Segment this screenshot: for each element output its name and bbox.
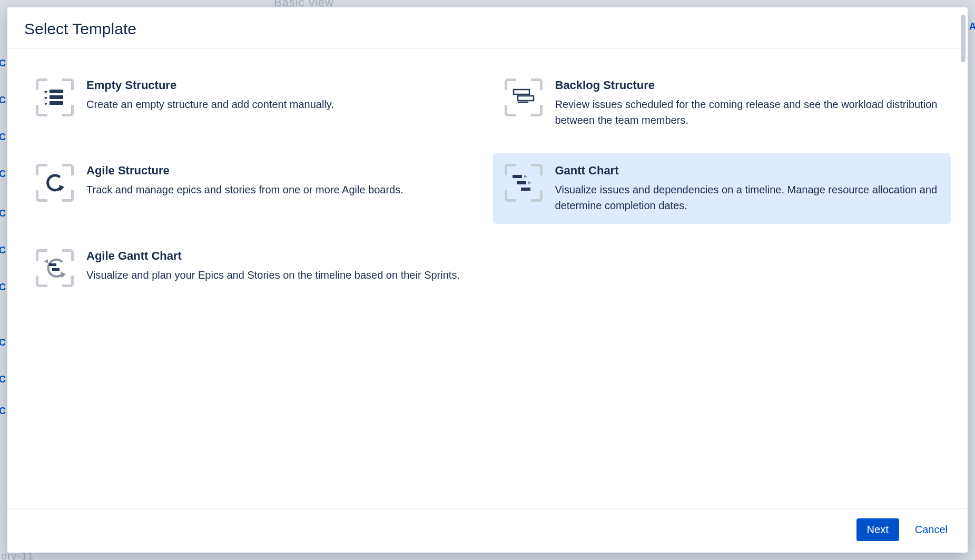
template-card-agile-structure[interactable]: Agile Structure Track and manage epics a… (24, 153, 482, 224)
template-description: Track and manage epics and stories from … (86, 182, 471, 198)
svg-marker-16 (44, 259, 48, 263)
template-card-empty-structure[interactable]: Empty Structure Create an empty structur… (24, 68, 482, 139)
modal-title: Select Template (24, 20, 951, 38)
empty-structure-icon (36, 78, 74, 116)
svg-rect-14 (521, 188, 530, 191)
svg-marker-3 (44, 91, 47, 94)
agile-structure-icon (36, 164, 74, 202)
svg-rect-6 (514, 90, 529, 94)
template-card-backlog-structure[interactable]: Backlog Structure Review issues schedule… (493, 68, 951, 139)
gantt-chart-icon (505, 164, 543, 202)
bg-row-marker: C (0, 169, 6, 180)
svg-rect-2 (50, 101, 63, 105)
select-template-modal: Select Template Empty Str (7, 7, 968, 553)
svg-marker-5 (44, 103, 47, 105)
svg-rect-0 (50, 90, 63, 93)
modal-body: Empty Structure Create an empty structur… (7, 49, 968, 508)
modal-footer: Next Cancel (7, 508, 968, 553)
bg-row-marker: C (0, 208, 6, 219)
svg-marker-13 (528, 181, 531, 184)
template-description: Visualize and plan your Epics and Storie… (86, 267, 471, 283)
template-title: Agile Structure (86, 164, 471, 178)
svg-rect-1 (50, 95, 63, 99)
modal-header: Select Template (7, 7, 968, 49)
backlog-structure-icon (505, 78, 543, 116)
template-title: Backlog Structure (555, 78, 940, 92)
bg-row-marker: C (0, 337, 6, 348)
svg-marker-11 (524, 175, 527, 178)
template-title: Empty Structure (86, 78, 471, 92)
bg-row-marker: C (0, 132, 6, 143)
svg-rect-10 (513, 175, 522, 178)
svg-rect-7 (518, 96, 534, 101)
bg-row-marker: C (0, 282, 6, 293)
next-button[interactable]: Next (856, 518, 899, 541)
agile-gantt-chart-icon (36, 249, 74, 287)
template-card-agile-gantt-chart[interactable]: Agile Gantt Chart Visualize and plan you… (24, 239, 482, 298)
svg-rect-17 (49, 263, 56, 266)
template-grid: Empty Structure Create an empty structur… (24, 68, 951, 298)
svg-marker-4 (44, 97, 47, 100)
cancel-button[interactable]: Cancel (912, 518, 951, 541)
bg-row-marker: C (0, 374, 6, 385)
bg-right-marker: A (969, 21, 975, 32)
template-title: Agile Gantt Chart (86, 249, 471, 263)
bg-row-marker: C (0, 58, 6, 69)
svg-rect-18 (52, 268, 60, 271)
template-card-gantt-chart[interactable]: Gantt Chart Visualize issues and depende… (493, 153, 951, 224)
bg-row-marker: C (0, 245, 6, 256)
svg-marker-15 (61, 272, 66, 278)
bg-row-marker: C (0, 406, 6, 417)
scrollbar[interactable] (961, 15, 966, 62)
template-title: Gantt Chart (555, 164, 940, 178)
bg-row-marker: C (0, 95, 6, 106)
svg-rect-12 (517, 181, 526, 184)
template-description: Visualize issues and dependencies on a t… (555, 182, 940, 213)
template-description: Create an empty structure and add conten… (86, 96, 471, 112)
template-description: Review issues scheduled for the coming r… (555, 96, 940, 128)
